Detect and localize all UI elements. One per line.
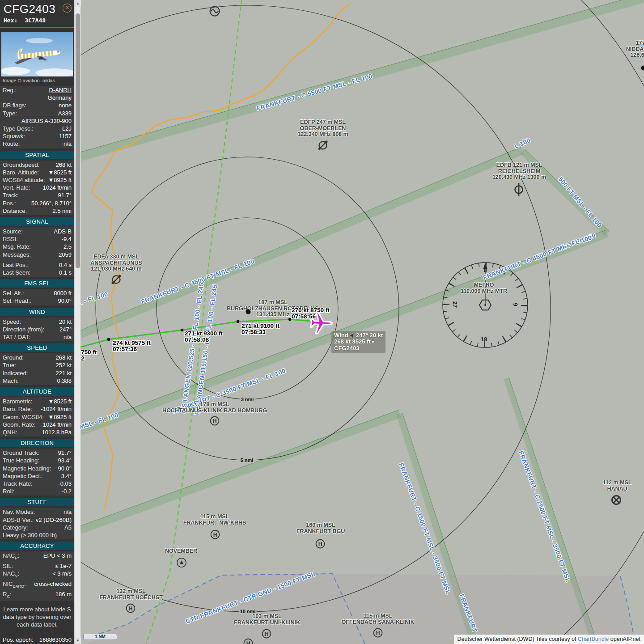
airport-label: NOVEMBER bbox=[165, 548, 197, 555]
triangle-icon bbox=[176, 557, 187, 568]
row-value: n/a bbox=[64, 508, 72, 516]
vor-cardinal-label: 6 bbox=[512, 303, 519, 306]
data-row: Ground:268 kt bbox=[3, 354, 72, 361]
data-row: Last Seen:0.1 s bbox=[3, 269, 72, 276]
scroll-up-icon[interactable]: ▲ bbox=[75, 0, 81, 7]
scroll-down-icon[interactable]: ▼ bbox=[75, 637, 81, 644]
airport-label-line: FRANKFURT NW-KRHS bbox=[183, 520, 246, 526]
section-body: Sel. Alt.:8000 ftSel. Head.:90.0° bbox=[0, 289, 74, 305]
data-row: Germany bbox=[3, 94, 72, 102]
airport-label-line: 121.030 MHz 640 m bbox=[90, 266, 142, 272]
heliport-icon: H bbox=[373, 627, 383, 638]
pos-epoch-value: 1688630350 bbox=[39, 636, 72, 643]
row-label: Ground: bbox=[3, 354, 24, 361]
row-label: NICBARO: bbox=[3, 580, 26, 590]
ultralight-icon bbox=[110, 273, 123, 286]
data-row: Speed:20 kt bbox=[3, 318, 72, 326]
svg-text:H: H bbox=[376, 630, 380, 636]
data-row: Squawk:1157 bbox=[3, 132, 72, 140]
pos-epoch-row: Pos. epoch: 1688630350 bbox=[0, 636, 74, 643]
aircraft-photo[interactable] bbox=[1, 32, 73, 76]
row-label: Magnetic Heading: bbox=[3, 465, 51, 472]
aircraft-tooltip: Wind ➤ 247° 20 kt 268 kt 8525 ft▼ CFG240… bbox=[331, 331, 386, 353]
vor-cardinal-label: 0 bbox=[483, 267, 487, 274]
panel-header: CFG2403 Hex: 3C7A48 ✕ bbox=[0, 0, 74, 25]
trail-label-speed-alt: 274 kt 9575 ft bbox=[113, 340, 151, 346]
row-value: n/a bbox=[64, 333, 72, 341]
row-value: 268 kt bbox=[56, 161, 72, 169]
airport-label-line: FRANKFURT HOECHST bbox=[99, 595, 163, 601]
airport-label-line: ANSPACH/TAUNUS bbox=[90, 260, 142, 267]
row-label: Last Seen: bbox=[3, 269, 30, 276]
row-label: Pos.: bbox=[3, 199, 16, 207]
airport-label-line: 178 m MSL bbox=[162, 402, 267, 408]
info-sections: Reg.:D-ANRHGermanyDB flags:noneType:A339… bbox=[0, 86, 74, 601]
sidebar-scrollbar[interactable]: ▲ ▼ bbox=[74, 0, 80, 644]
row-label: ADS-B Ver.: bbox=[3, 516, 34, 524]
row-label: Direction (from): bbox=[3, 326, 44, 333]
svg-text:H: H bbox=[213, 532, 217, 538]
data-row: ADS-B Ver.:v2 (DO-260B) bbox=[3, 516, 72, 524]
callsign-title: CFG2403 bbox=[4, 2, 71, 16]
airport-label-line: METRO bbox=[461, 282, 507, 288]
data-row: Source:ADS-B bbox=[3, 228, 72, 235]
data-row: TAT / OAT:n/a bbox=[3, 333, 72, 341]
row-label: Vert. Rate: bbox=[3, 184, 30, 191]
close-icon[interactable]: ✕ bbox=[63, 4, 72, 13]
row-label: Indicated: bbox=[3, 369, 28, 377]
section-header-fms-sel: FMS SEL bbox=[0, 279, 74, 288]
scrollbar-thumb[interactable] bbox=[76, 13, 80, 268]
vor-cardinal-label: 27 bbox=[452, 301, 458, 308]
row-value: -1024 ft/min bbox=[41, 184, 72, 191]
data-row: Geom. Rate:-1024 ft/min bbox=[3, 421, 72, 428]
row-label: Baro. Rate: bbox=[3, 405, 32, 413]
data-row: WGS84 altitude:▼8925 ft bbox=[3, 176, 72, 184]
data-row: Indicated:221 kt bbox=[3, 369, 72, 377]
winch-icon bbox=[208, 5, 221, 17]
trail-point bbox=[288, 318, 291, 321]
section-body: Reg.:D-ANRHGermanyDB flags:noneType:A339… bbox=[0, 86, 74, 148]
section-header-signal: SIGNAL bbox=[0, 217, 74, 226]
heliport-icon: H bbox=[315, 538, 326, 549]
hex-value: 3C7A48 bbox=[25, 17, 46, 24]
data-row: Magnetic Decl.:3.4° bbox=[3, 472, 72, 480]
data-row: Vert. Rate:-1024 ft/min bbox=[3, 184, 72, 191]
row-value: ≤ 1e-7 bbox=[55, 562, 72, 570]
airport-label-line: EDFP 247 m MSL bbox=[297, 119, 348, 126]
airport-label-line: 112 m MSL bbox=[603, 480, 632, 486]
section-body: Barometric:▼8525 ftBaro. Rate:-1024 ft/m… bbox=[0, 397, 74, 436]
circle-x-icon bbox=[610, 494, 622, 506]
data-row: NACP:EPU < 3 m bbox=[3, 552, 72, 562]
airport-label: EDFP 247 m MSLOBER-MOERLEN122.340 MHz 80… bbox=[297, 119, 348, 138]
airport-label: EDFA 330 m MSLANSPACH/TAUNUS121.030 MHz … bbox=[90, 254, 142, 272]
row-value: 3.4° bbox=[61, 472, 72, 480]
row-value: < 3 m/s bbox=[52, 570, 72, 580]
trail-label: 274 kt 9575 ft07:57:36 bbox=[113, 340, 151, 352]
data-row: DB flags:none bbox=[3, 102, 72, 109]
svg-text:H: H bbox=[265, 631, 269, 637]
section-header-stuff: STUFF bbox=[0, 498, 74, 506]
registration-link[interactable]: D-ANRH bbox=[49, 87, 72, 93]
tooltip-wind-line: Wind ➤ 247° 20 kt bbox=[334, 332, 383, 339]
svg-text:H: H bbox=[213, 418, 217, 424]
row-label: Sel. Alt.: bbox=[3, 289, 24, 297]
row-value: 20 kt bbox=[59, 318, 72, 326]
airport-label-line: FRANKFURT BGU bbox=[297, 529, 345, 535]
airport-label-line: EDFB 121 m MSL bbox=[492, 162, 546, 169]
chartbundle-link[interactable]: ChartBundle bbox=[578, 636, 609, 642]
svg-text:H: H bbox=[129, 606, 133, 612]
section-body: Nav. Modes:n/aADS-B Ver.:v2 (DO-260B)Cat… bbox=[0, 508, 74, 539]
row-label: Type: bbox=[3, 110, 17, 117]
map-canvas[interactable]: Wind ➤ 247° 20 kt 268 kt 8525 ft▼ CFG240… bbox=[80, 0, 644, 644]
data-row: Geom. WGS84:▼8925 ft bbox=[3, 413, 72, 421]
range-ring-label: 3 nmi bbox=[240, 397, 255, 402]
row-label: QNH: bbox=[3, 428, 17, 436]
row-label: Barometric: bbox=[3, 398, 32, 405]
trail-label-speed-alt: 750 ft bbox=[81, 349, 97, 356]
row-value: 0.1 s bbox=[59, 269, 72, 276]
row-label: WGS84 altitude: bbox=[3, 176, 45, 184]
row-label: Route: bbox=[3, 140, 20, 148]
data-row: Nav. Modes:n/a bbox=[3, 508, 72, 516]
row-value: AIRBUS A-330-900 bbox=[21, 117, 72, 125]
map-scale-bar: 1 NM bbox=[83, 634, 117, 640]
